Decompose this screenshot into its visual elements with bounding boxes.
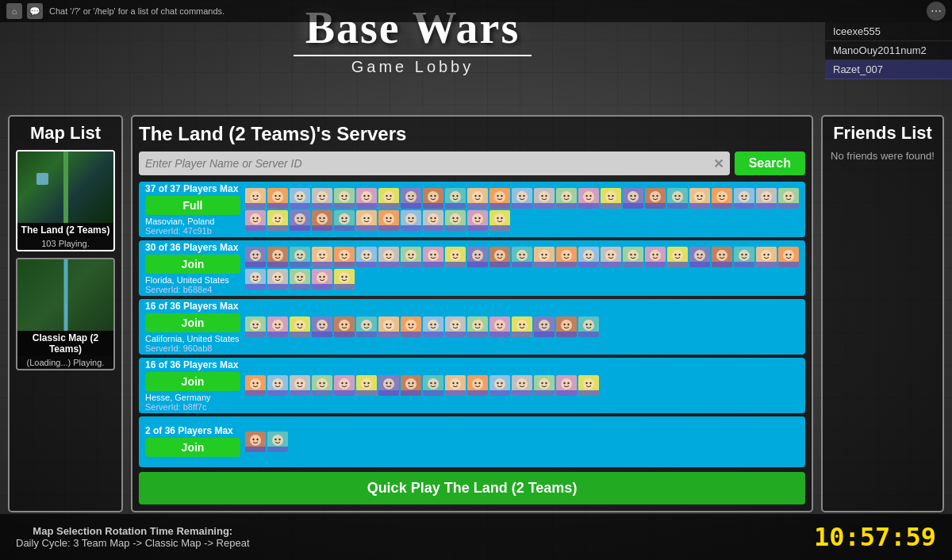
svg-point-236 bbox=[739, 250, 750, 261]
map-item-land[interactable]: The Land (2 Teams) 103 Playing. bbox=[16, 150, 115, 251]
server-join-button[interactable]: Join bbox=[145, 255, 240, 274]
avatar bbox=[467, 316, 488, 337]
svg-point-9 bbox=[297, 195, 298, 197]
svg-point-92 bbox=[761, 191, 772, 202]
svg-point-309 bbox=[474, 324, 476, 325]
svg-point-118 bbox=[345, 217, 347, 219]
svg-point-60 bbox=[583, 191, 594, 202]
svg-point-38 bbox=[456, 195, 458, 197]
avatar bbox=[423, 188, 443, 209]
svg-point-222 bbox=[656, 254, 658, 255]
quick-play-button[interactable]: Quick Play The Land (2 Teams) bbox=[139, 472, 805, 504]
svg-point-57 bbox=[563, 195, 565, 197]
avatar bbox=[356, 316, 377, 337]
svg-point-386 bbox=[545, 382, 547, 384]
avatar bbox=[290, 188, 310, 209]
svg-point-8 bbox=[294, 191, 305, 202]
server-info: 16 of 36 Players MaxJoinHesse, GermanySe… bbox=[145, 359, 240, 412]
svg-point-252 bbox=[272, 272, 283, 283]
svg-rect-39 bbox=[445, 203, 466, 209]
map-item-classic[interactable]: Classic Map (2 Teams) (Loading...) Playi… bbox=[16, 258, 115, 370]
svg-rect-339 bbox=[267, 390, 288, 396]
svg-point-128 bbox=[405, 213, 416, 224]
svg-rect-103 bbox=[245, 225, 266, 231]
svg-rect-31 bbox=[401, 203, 421, 209]
svg-rect-315 bbox=[489, 332, 510, 337]
svg-point-61 bbox=[585, 195, 587, 197]
svg-point-97 bbox=[785, 195, 787, 197]
svg-point-334 bbox=[256, 382, 258, 384]
svg-point-296 bbox=[405, 320, 416, 331]
svg-rect-299 bbox=[401, 332, 421, 337]
chat-icon[interactable]: 💬 bbox=[27, 3, 43, 19]
svg-rect-275 bbox=[267, 332, 288, 337]
svg-rect-127 bbox=[378, 225, 399, 231]
svg-rect-131 bbox=[401, 225, 421, 231]
svg-point-274 bbox=[278, 324, 280, 325]
avatar bbox=[578, 247, 599, 267]
svg-point-268 bbox=[250, 320, 261, 331]
svg-point-385 bbox=[541, 382, 543, 384]
svg-point-286 bbox=[345, 324, 347, 325]
svg-point-10 bbox=[301, 195, 302, 197]
svg-point-162 bbox=[323, 254, 324, 255]
svg-point-65 bbox=[608, 195, 609, 197]
search-input[interactable] bbox=[145, 157, 713, 170]
svg-point-348 bbox=[339, 378, 350, 389]
svg-point-269 bbox=[252, 324, 254, 325]
svg-rect-175 bbox=[378, 262, 399, 267]
svg-point-124 bbox=[383, 213, 394, 224]
avatar bbox=[467, 247, 488, 267]
svg-point-125 bbox=[386, 217, 387, 219]
svg-point-164 bbox=[339, 250, 350, 261]
avatar bbox=[556, 188, 577, 209]
server-join-button[interactable]: Join bbox=[145, 438, 240, 457]
player-item[interactable]: Iceexe555 bbox=[825, 22, 952, 41]
avatar bbox=[245, 316, 266, 337]
server-join-button[interactable]: Join bbox=[145, 372, 240, 391]
svg-point-180 bbox=[428, 250, 439, 261]
avatar bbox=[334, 247, 355, 267]
server-id: ServerId: 960ab8 bbox=[145, 343, 240, 353]
search-clear-icon[interactable]: ✕ bbox=[713, 156, 724, 171]
svg-point-206 bbox=[567, 254, 569, 255]
map-thumb-land bbox=[17, 152, 113, 223]
svg-point-254 bbox=[278, 276, 280, 278]
svg-point-154 bbox=[278, 254, 280, 255]
svg-rect-179 bbox=[401, 262, 421, 267]
svg-point-297 bbox=[408, 324, 409, 325]
svg-point-106 bbox=[278, 217, 280, 219]
svg-point-82 bbox=[701, 195, 702, 197]
countdown-timer: 10:57:59 bbox=[814, 522, 936, 552]
server-join-button[interactable]: Join bbox=[145, 313, 240, 332]
avatar bbox=[245, 188, 266, 209]
svg-rect-187 bbox=[445, 262, 466, 267]
svg-point-369 bbox=[452, 382, 454, 384]
svg-point-101 bbox=[252, 217, 254, 219]
server-full-button[interactable]: Full bbox=[145, 196, 240, 215]
search-button[interactable]: Search bbox=[735, 152, 805, 175]
svg-point-94 bbox=[767, 195, 769, 197]
svg-point-165 bbox=[341, 254, 343, 255]
player-item-highlighted[interactable]: Razet_007 bbox=[825, 60, 952, 79]
svg-rect-79 bbox=[667, 203, 688, 209]
svg-rect-155 bbox=[267, 262, 288, 267]
top-bar: ⌂ 💬 Chat '/?' or '/help' for a list of c… bbox=[0, 0, 952, 22]
players-panel: Iceexe555 ManoOuy2011num2 Razet_007 bbox=[825, 22, 952, 79]
home-icon[interactable]: ⌂ bbox=[6, 3, 22, 19]
svg-rect-355 bbox=[356, 390, 377, 396]
svg-point-132 bbox=[428, 213, 439, 224]
server-location: Florida, United States bbox=[145, 275, 240, 285]
svg-point-288 bbox=[361, 320, 372, 331]
svg-point-230 bbox=[701, 254, 702, 255]
avatar bbox=[601, 188, 621, 209]
svg-point-52 bbox=[539, 191, 550, 202]
svg-point-301 bbox=[430, 324, 432, 325]
svg-rect-243 bbox=[756, 262, 777, 267]
svg-rect-163 bbox=[312, 262, 332, 267]
svg-point-256 bbox=[294, 272, 305, 283]
player-item[interactable]: ManoOuy2011num2 bbox=[825, 41, 952, 60]
svg-point-26 bbox=[390, 195, 391, 197]
svg-point-114 bbox=[323, 217, 324, 219]
menu-icon[interactable]: ⋯ bbox=[927, 2, 946, 21]
